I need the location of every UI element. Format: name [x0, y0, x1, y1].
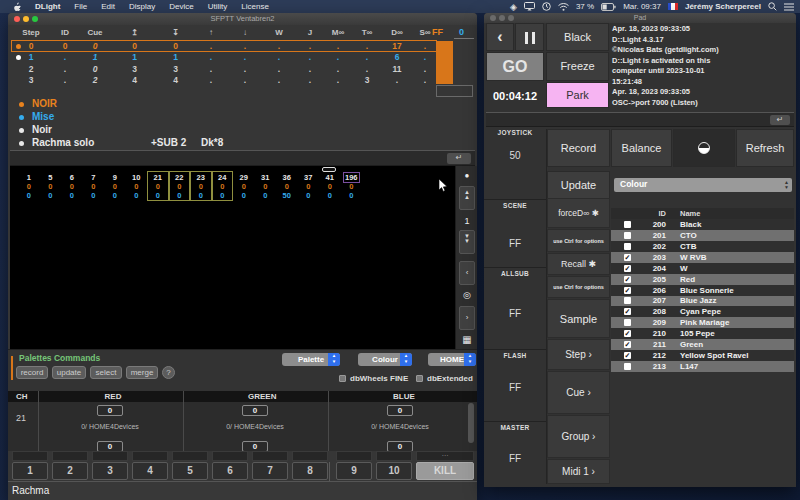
rgb-value-box[interactable]: 0: [242, 405, 268, 416]
fader-slot[interactable]: [172, 451, 208, 461]
dropbox-icon[interactable]: ◈: [510, 2, 517, 12]
fader-slot[interactable]: [52, 451, 88, 461]
force-doo-button[interactable]: forceD∞ ✱: [547, 198, 610, 228]
refresh-button[interactable]: Refresh: [736, 129, 794, 167]
select-palette[interactable]: Palette▲▼: [282, 353, 340, 366]
step-row[interactable]: 1.111......6.: [10, 52, 438, 63]
wifi-icon[interactable]: [558, 3, 569, 11]
master-value-scene[interactable]: FF: [484, 238, 546, 249]
palette-row[interactable]: ✓208Cyan Pepe: [611, 306, 794, 317]
fader-slot[interactable]: [132, 451, 168, 461]
master-value-allsub[interactable]: FF: [484, 308, 546, 319]
palette-row-checkbox[interactable]: ✓: [624, 265, 631, 272]
select-home[interactable]: HOME▲▼: [428, 353, 476, 366]
palette-row[interactable]: 201CTO: [611, 230, 794, 241]
record-button[interactable]: Record: [547, 129, 610, 167]
search-icon[interactable]: [768, 2, 777, 11]
kill-button[interactable]: KILL: [416, 462, 474, 480]
keypad-icon[interactable]: ▦: [456, 334, 478, 345]
command-input[interactable]: ↵: [10, 150, 475, 166]
time-machine-icon[interactable]: [542, 2, 551, 11]
recall-button[interactable]: Recall ✱: [547, 253, 610, 275]
fader-value-box[interactable]: [436, 85, 473, 97]
channel-cell[interactable]: 2900: [233, 171, 255, 201]
palette-cmd-help[interactable]: ?: [162, 366, 175, 379]
black-button[interactable]: Black: [546, 23, 609, 51]
palette-cmd-merge[interactable]: merge: [126, 366, 158, 379]
menu-item-license[interactable]: License: [234, 2, 276, 11]
select-colour[interactable]: Colour▲▼: [358, 353, 412, 366]
menubar-clock[interactable]: Mar. 09:37: [623, 2, 661, 11]
master-value-flash[interactable]: FF: [484, 382, 546, 393]
menu-item-display[interactable]: Display: [122, 2, 162, 11]
go-button[interactable]: GO: [486, 52, 544, 81]
menu-item-file[interactable]: File: [67, 2, 94, 11]
freeze-button[interactable]: Freeze: [546, 52, 609, 81]
crossfade-fader[interactable]: [436, 41, 453, 84]
palette-cmd-select[interactable]: select: [90, 366, 122, 379]
colour-select[interactable]: Colour ▲▼: [614, 178, 792, 192]
fader-slot[interactable]: [212, 451, 248, 461]
rgb-value-box[interactable]: 0: [387, 405, 413, 416]
palette-row-checkbox[interactable]: ✓: [624, 341, 631, 348]
palette-row-checkbox[interactable]: ✓: [624, 330, 631, 337]
palette-row[interactable]: ✓211Green: [611, 339, 794, 350]
bank-button-9[interactable]: 9: [336, 462, 372, 480]
minimize-button[interactable]: [23, 16, 29, 22]
menu-item-dlight[interactable]: DLight: [28, 2, 67, 11]
channel-cell[interactable]: 19600: [341, 171, 363, 201]
step-button[interactable]: Step ›: [547, 339, 610, 370]
pad-enter-icon[interactable]: ↵: [770, 115, 790, 125]
bank-button-1[interactable]: 1: [12, 462, 48, 480]
palette-row-checkbox[interactable]: [624, 232, 631, 239]
palette-cmd-update[interactable]: update: [52, 366, 86, 379]
menubar-user[interactable]: Jérémy Scherpereel: [685, 2, 761, 11]
palette-row-checkbox[interactable]: ✓: [624, 352, 631, 359]
dbwheels-checkbox[interactable]: [339, 375, 346, 382]
main-window-titlebar[interactable]: SFPTT Ventabren2: [8, 13, 477, 25]
balance-button[interactable]: Balance: [611, 129, 672, 167]
pad-command-input[interactable]: ↵: [486, 112, 794, 127]
master-value-master[interactable]: FF: [484, 453, 546, 464]
fader-slot[interactable]: [92, 451, 128, 461]
step-row[interactable]: 00000......17.: [10, 41, 438, 52]
fader-slot[interactable]: [252, 451, 288, 461]
close-button[interactable]: [14, 16, 20, 22]
cue-name[interactable]: NOIR: [32, 98, 57, 109]
pad-close-button[interactable]: [490, 15, 496, 21]
battery-icon[interactable]: [601, 3, 616, 11]
page-down-button[interactable]: ▼▼: [459, 230, 475, 254]
zoom-button[interactable]: [32, 16, 38, 22]
fader-slot[interactable]: ⋯: [416, 451, 474, 461]
channel-cell[interactable]: 4100: [319, 171, 341, 201]
channel-cell[interactable]: 500: [40, 171, 62, 201]
target-icon[interactable]: ◎: [456, 290, 478, 300]
palette-row[interactable]: ✓206Blue Sonnerie: [611, 285, 794, 296]
fader-slot[interactable]: [12, 451, 48, 461]
palette-row-checkbox[interactable]: ✓: [624, 308, 631, 315]
channel-cell[interactable]: 3700: [298, 171, 320, 201]
dbextended-checkbox[interactable]: [416, 375, 423, 382]
update-button[interactable]: Update: [547, 171, 610, 199]
bank-button-6[interactable]: 6: [212, 462, 248, 480]
display-icon[interactable]: [524, 2, 535, 11]
rgb-value-box[interactable]: 0: [242, 441, 268, 451]
channel-cell[interactable]: 700: [83, 171, 105, 201]
channel-cell[interactable]: 600: [61, 171, 83, 201]
rgb-scrollbar[interactable]: [468, 403, 474, 443]
bank-button-3[interactable]: 3: [92, 462, 128, 480]
back-button[interactable]: ‹: [486, 23, 514, 51]
cue-name[interactable]: Rachma solo: [32, 137, 94, 148]
fader-slot[interactable]: [292, 451, 328, 461]
cue-name[interactable]: Mise: [32, 111, 54, 122]
cue-button[interactable]: Cue ›: [547, 371, 610, 414]
channel-cell[interactable]: 2100: [147, 171, 169, 201]
pad-minimize-button[interactable]: [499, 15, 505, 21]
palette-row[interactable]: 200Black: [611, 219, 794, 230]
rgb-value-box[interactable]: 0: [387, 441, 413, 451]
palette-row[interactable]: 213L147: [611, 361, 794, 372]
pad-titlebar[interactable]: Pad: [484, 13, 796, 23]
group-button[interactable]: Group ›: [547, 415, 610, 458]
palette-row-checkbox[interactable]: ✓: [624, 254, 631, 261]
park-button[interactable]: Park: [546, 82, 609, 108]
